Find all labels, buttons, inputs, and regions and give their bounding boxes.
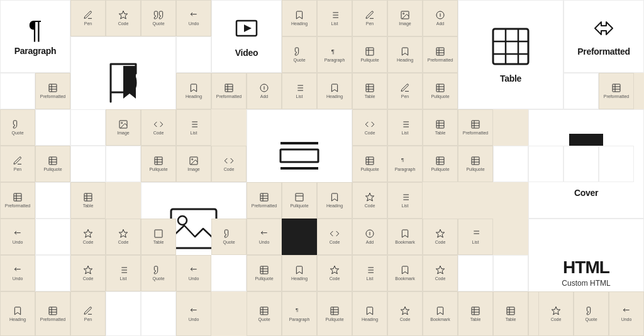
svg-point-12 (403, 13, 404, 14)
cell: Undo (0, 219, 35, 255)
cell: Pullquote (352, 36, 387, 73)
paragraph-card[interactable]: ¶ Paragraph (0, 0, 70, 73)
svg-marker-157 (84, 266, 92, 274)
icon-label: List (402, 131, 409, 136)
cell: Code (423, 219, 458, 255)
icon-label: Heading (397, 58, 413, 63)
cell: Preformatted (423, 36, 458, 73)
cell (35, 219, 70, 255)
icon-label: Undo (189, 276, 199, 281)
svg-rect-135 (84, 193, 92, 201)
cell: Image (106, 109, 141, 146)
svg-rect-38 (49, 84, 57, 92)
icon-label: Preformatted (5, 203, 30, 209)
svg-rect-151 (155, 230, 162, 237)
icon-label: Code (400, 317, 411, 322)
cell (106, 146, 141, 182)
icon-label: Pullquote (149, 167, 167, 172)
table-label: Table (500, 73, 521, 84)
cell: Code (70, 219, 106, 255)
svg-marker-169 (436, 266, 444, 274)
video-card[interactable]: Video (211, 0, 282, 73)
icon-label: Pen (84, 317, 92, 322)
cell: Undo (176, 0, 211, 36)
cell (564, 73, 599, 109)
cell: Bookmark (387, 219, 423, 255)
preformatted-card[interactable]: Preformatted (564, 0, 644, 73)
icon-label: Image (399, 21, 411, 26)
icon-label: Paragraph (395, 167, 416, 172)
cell: Pen (352, 0, 387, 36)
svg-rect-118 (366, 157, 374, 165)
cell: Pullquote (352, 146, 387, 182)
cell: Pen (70, 291, 106, 336)
cell: Code (317, 219, 352, 255)
svg-rect-42 (225, 84, 233, 92)
cell: Preformatted (599, 73, 634, 109)
svg-rect-174 (260, 307, 268, 315)
icon-label: Undo (13, 240, 23, 245)
icon-label: List (367, 276, 374, 281)
icon-label: Preformatted (604, 94, 629, 99)
icon-label: Preformatted (216, 94, 242, 99)
cell: Quote (141, 255, 176, 291)
cell: Quote (211, 219, 247, 255)
svg-point-117 (192, 159, 193, 160)
cell: List (282, 73, 317, 109)
cell: Heading (282, 0, 317, 36)
svg-rect-58 (436, 84, 444, 92)
cell (599, 146, 634, 182)
cell: Pullquote (247, 255, 282, 291)
cell: Undo (176, 255, 211, 291)
icon-label: Pullquote (431, 94, 449, 99)
icon-label: Pullquote (255, 276, 273, 281)
icon-label: Code (435, 240, 446, 245)
cell: Pullquote (35, 146, 70, 182)
cell: ¶ Paragraph (317, 36, 352, 73)
cell (70, 109, 106, 146)
svg-rect-30 (436, 48, 444, 55)
cell: Pullquote (141, 146, 176, 182)
html-icon: HTML (563, 259, 609, 276)
icon-label: Code (365, 203, 375, 209)
cell: Code (70, 255, 106, 291)
svg-rect-143 (296, 193, 303, 201)
cell (493, 255, 528, 291)
cell (458, 255, 493, 291)
icon-label: List (296, 94, 303, 99)
cell: Preformatted (35, 73, 70, 109)
video-label: Video (235, 48, 258, 58)
svg-point-83 (178, 216, 187, 225)
table-icon (491, 26, 531, 70)
icon-label: Table (365, 94, 375, 99)
svg-rect-67 (613, 84, 620, 92)
paragraph-icon: ¶ (28, 17, 42, 42)
svg-rect-100 (436, 121, 444, 128)
icon-label: Quote (152, 276, 164, 281)
icon-label: Code (83, 276, 94, 281)
icon-label: Pullquote (43, 167, 62, 172)
icon-label: Add (436, 21, 444, 26)
cell: Undo (176, 291, 211, 336)
cell: ¶ Paragraph (387, 146, 423, 182)
cell (176, 36, 211, 73)
cell: Table (493, 291, 528, 336)
cover-label: Cover (574, 188, 598, 198)
cell: Bookmark (423, 291, 458, 336)
svg-marker-154 (436, 229, 444, 237)
cell (282, 219, 317, 255)
cell: Add (352, 219, 387, 255)
video-icon (234, 16, 259, 44)
icon-label: Quote (223, 240, 235, 245)
icon-label: Quote (152, 21, 164, 26)
cell: Pullquote (282, 182, 317, 219)
icon-label: Paragraph (325, 58, 345, 63)
svg-marker-150 (119, 229, 127, 237)
cell: Pullquote (317, 291, 352, 336)
table-card[interactable]: Table (458, 0, 564, 109)
cell (141, 291, 176, 336)
svg-point-93 (121, 122, 123, 124)
icon-label: Pullquote (290, 203, 308, 209)
icon-label: Code (83, 240, 94, 245)
cell: Bookmark (387, 255, 423, 291)
